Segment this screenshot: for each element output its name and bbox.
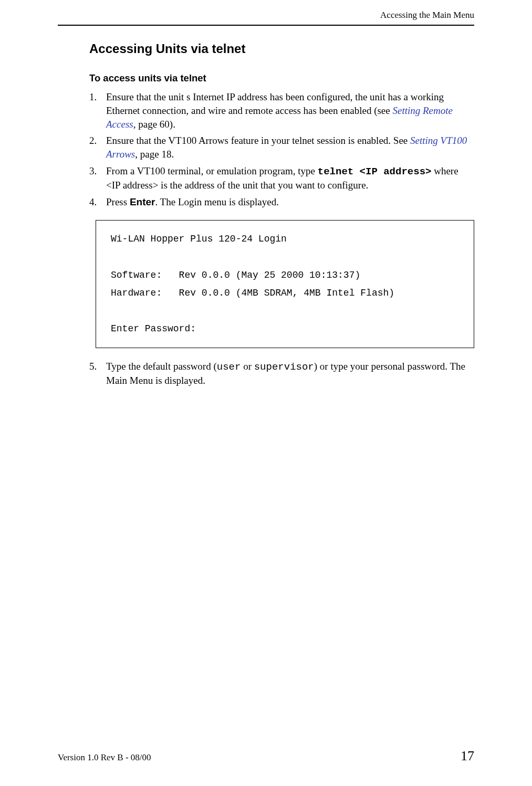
step-3: From a VT100 terminal, or emulation prog… — [89, 164, 474, 192]
step-4-text-b: . The Login menu is displayed. — [155, 196, 279, 207]
running-header: Accessing the Main Menu — [0, 0, 532, 25]
version-label: Version 1.0 Rev B - 08/00 — [58, 752, 151, 764]
step-2-text-a: Ensure that the VT100 Arrows feature in … — [106, 135, 410, 146]
password-user: user — [217, 361, 241, 373]
step-1-text-b: , page 60). — [133, 119, 175, 130]
step-1: Ensure that the unit s Internet IP addre… — [89, 90, 474, 131]
step-4-text-a: Press — [106, 196, 130, 207]
enter-key: Enter — [130, 196, 155, 207]
content-area: Accessing Units via telnet To access uni… — [0, 26, 532, 387]
step-5: Type the default password (user or super… — [89, 360, 474, 387]
terminal-line-4: Enter Password: — [111, 323, 196, 334]
section-title: Accessing Units via telnet — [89, 40, 474, 57]
password-supervisor: supervisor — [254, 361, 314, 373]
terminal-output: Wi-LAN Hopper Plus 120-24 Login Software… — [96, 220, 474, 348]
terminal-line-1: Wi-LAN Hopper Plus 120-24 Login — [111, 234, 287, 244]
step-5-text-a: Type the default password ( — [106, 361, 217, 372]
step-2-text-b: , page 18. — [135, 149, 174, 160]
step-2: Ensure that the VT100 Arrows feature in … — [89, 134, 474, 161]
page-number: 17 — [461, 747, 474, 765]
steps-list: Ensure that the unit s Internet IP addre… — [89, 90, 474, 208]
telnet-command: telnet <IP address> — [318, 166, 432, 177]
terminal-line-2: Software: Rev 0.0.0 (May 25 2000 10:13:3… — [111, 270, 360, 280]
step-4: Press Enter. The Login menu is displayed… — [89, 195, 474, 209]
procedure-title: To access units via telnet — [89, 72, 474, 85]
terminal-line-3: Hardware: Rev 0.0.0 (4MB SDRAM, 4MB Inte… — [111, 288, 394, 298]
footer: Version 1.0 Rev B - 08/00 17 — [58, 747, 474, 765]
steps-list-cont: Type the default password (user or super… — [89, 360, 474, 387]
step-5-mid: or — [241, 361, 254, 372]
step-3-text-a: From a VT100 terminal, or emulation prog… — [106, 165, 318, 176]
